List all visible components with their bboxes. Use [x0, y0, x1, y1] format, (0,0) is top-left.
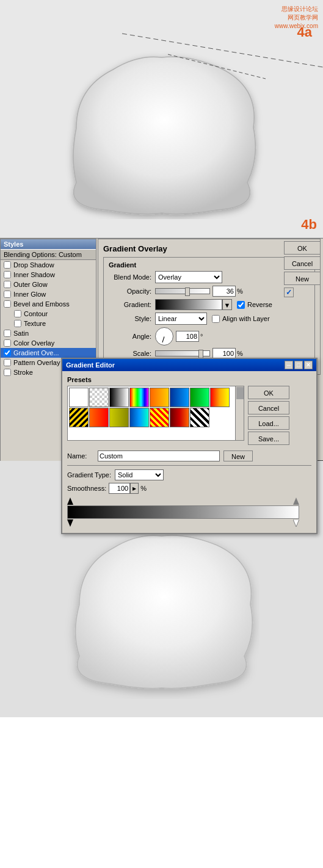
angle-input[interactable] [176, 331, 199, 342]
checkbox-contour[interactable] [14, 310, 21, 317]
label-color-overlay: Color Overlay [13, 339, 54, 347]
label-inner-glow: Inner Glow [13, 291, 46, 298]
preset-11[interactable] [129, 408, 149, 427]
preset-0[interactable] [69, 388, 89, 407]
panel-item-texture[interactable]: Texture [1, 319, 96, 328]
style-select[interactable]: Linear [155, 313, 207, 325]
scrollbar-thumb[interactable] [236, 387, 244, 399]
preset-3[interactable] [129, 388, 149, 407]
gradient-dropdown-arrow[interactable]: ▼ [222, 299, 232, 310]
preset-7[interactable] [210, 388, 230, 407]
checkbox-color-overlay[interactable] [4, 339, 11, 347]
panel-item-satin[interactable]: Satin [1, 328, 96, 338]
panel-item-outer-glow[interactable]: Outer Glow [1, 280, 96, 289]
label-pattern-overlay: Pattern Overlay [13, 359, 60, 366]
checkbox-stroke[interactable] [4, 369, 11, 376]
ge-smooth-input[interactable] [109, 483, 130, 494]
ge-opacity-stops [67, 497, 299, 505]
ge-save-button[interactable]: Save... [248, 432, 289, 445]
svg-marker-3 [293, 497, 299, 505]
panel-item-color-overlay[interactable]: Color Overlay [1, 338, 96, 348]
preset-4[interactable] [150, 388, 169, 407]
ge-type-label: Gradient Type: [67, 471, 111, 479]
ge-ok-button[interactable]: OK [248, 386, 289, 399]
reverse-checkbox[interactable] [237, 301, 245, 309]
ge-new-btn[interactable]: New [223, 450, 253, 461]
new-button[interactable]: New [284, 272, 321, 285]
ge-title: Gradient Editor [66, 361, 115, 369]
ge-gradient-bar[interactable] [67, 505, 299, 519]
ge-type-select[interactable]: Solid [115, 469, 164, 480]
checkbox-satin[interactable] [4, 330, 11, 337]
checkbox-pattern-overlay[interactable] [4, 359, 11, 366]
label-texture: Texture [24, 320, 46, 327]
label-4b: 4b [301, 217, 317, 233]
panel-item-inner-shadow[interactable]: Inner Shadow [1, 270, 96, 280]
ge-cancel-button[interactable]: Cancel [248, 401, 289, 414]
preset-12[interactable] [150, 408, 169, 427]
scale-unit: % [237, 350, 243, 357]
preset-10[interactable] [109, 408, 129, 427]
checkbox-inner-shadow[interactable] [4, 271, 11, 278]
panel-item-inner-glow[interactable]: Inner Glow [1, 289, 96, 299]
ok-button[interactable]: OK [284, 241, 321, 255]
checkbox-right[interactable]: ✓ [284, 288, 294, 297]
label-4a: 4a [297, 24, 312, 40]
opacity-thumb[interactable] [185, 288, 190, 296]
checkbox-bevel-emboss[interactable] [4, 300, 11, 308]
restore-button[interactable]: □ [294, 361, 303, 369]
ge-presets-section: OK Cancel Load... Save... [67, 386, 311, 447]
ge-scrollbar[interactable] [235, 386, 244, 440]
scale-label: Scale: [109, 350, 151, 357]
ge-color-stop-left[interactable] [67, 519, 73, 527]
ge-smooth-arrow[interactable]: ▶ [130, 483, 139, 494]
angle-row: Angle: ° [109, 327, 310, 345]
scale-thumb[interactable] [198, 350, 203, 358]
label-bevel-emboss: Bevel and Emboss [13, 300, 70, 308]
close-button[interactable]: ✕ [304, 361, 313, 369]
reverse-label: Reverse [247, 301, 272, 308]
ge-opacity-stop-left[interactable] [67, 497, 73, 505]
preset-2[interactable] [109, 388, 129, 407]
ge-side-buttons: OK Cancel Load... Save... [248, 386, 289, 447]
preset-14[interactable] [190, 408, 209, 427]
preset-8[interactable] [69, 408, 89, 427]
gradient-preview[interactable] [155, 299, 222, 310]
angle-dial[interactable] [155, 327, 173, 345]
label-contour: Contour [24, 310, 48, 317]
blending-options-title[interactable]: Blending Options: Custom [1, 249, 96, 260]
minimize-button[interactable]: ─ [285, 361, 293, 369]
ge-type-row: Gradient Type: Solid [67, 469, 311, 480]
preset-9[interactable] [89, 408, 109, 427]
style-label: Style: [109, 315, 151, 322]
ge-name-input[interactable] [98, 450, 220, 461]
section-4a: 思缘设计论坛 网页教学网 www.webjx.com 4a 4b [0, 0, 323, 238]
preset-6[interactable] [190, 388, 209, 407]
panel-item-contour[interactable]: Contour [1, 309, 96, 319]
panel-title: Styles [1, 239, 96, 249]
blend-mode-select[interactable]: Overlay [155, 271, 222, 283]
checkbox-gradient-overlay[interactable] [4, 349, 11, 356]
panel-item-drop-shadow[interactable]: Drop Shadow [1, 260, 96, 270]
scale-slider[interactable] [155, 350, 210, 356]
ge-opacity-stop-right[interactable] [293, 497, 299, 505]
cancel-button[interactable]: Cancel [284, 256, 321, 270]
panel-item-bevel-emboss[interactable]: Bevel and Emboss [1, 299, 96, 309]
ge-load-button[interactable]: Load... [248, 416, 289, 430]
ge-presets-area[interactable] [67, 386, 244, 441]
align-layer-checkbox[interactable] [212, 315, 220, 323]
label-satin: Satin [13, 330, 29, 337]
ge-color-stop-right[interactable] [293, 519, 299, 527]
opacity-slider[interactable] [155, 288, 210, 294]
checkbox-outer-glow[interactable] [4, 281, 11, 288]
preset-13[interactable] [170, 408, 189, 427]
checkbox-inner-glow[interactable] [4, 291, 11, 298]
opacity-input[interactable] [212, 286, 236, 297]
ge-color-stops [67, 519, 299, 527]
panel-item-gradient-overlay[interactable]: Gradient Ove... [1, 348, 96, 358]
checkbox-drop-shadow[interactable] [4, 261, 11, 269]
preset-5[interactable] [170, 388, 189, 407]
angle-label: Angle: [109, 333, 151, 340]
preset-1[interactable] [89, 388, 109, 407]
checkbox-texture[interactable] [14, 320, 21, 327]
